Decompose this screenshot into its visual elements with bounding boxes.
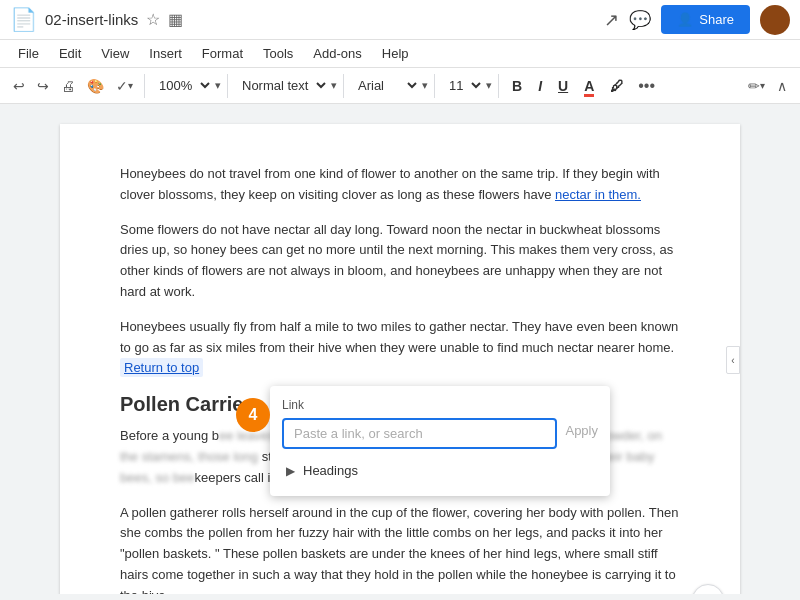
avatar[interactable]	[760, 5, 790, 35]
spell-button[interactable]: ✓▾	[111, 75, 138, 97]
divider-5	[498, 74, 499, 98]
link-input-row: Apply	[282, 418, 598, 457]
highlight-button[interactable]: 🖊	[603, 75, 631, 97]
menu-addons[interactable]: Add-ons	[305, 44, 369, 63]
collapse-button[interactable]: ∧	[772, 75, 792, 97]
zoom-select[interactable]: 100%	[151, 74, 213, 97]
link-popup: Link Apply ▶ Headings	[270, 386, 610, 496]
scroll-down-button[interactable]: ↓	[692, 584, 724, 594]
redo-button[interactable]: ↪	[32, 75, 54, 97]
menu-view[interactable]: View	[93, 44, 137, 63]
step-badge: 4	[236, 398, 270, 432]
document-area: Honeybees do not travel from one kind of…	[0, 104, 800, 594]
highlight-icon: 🖊	[610, 78, 624, 94]
bold-button[interactable]: B	[505, 75, 529, 97]
pen-button[interactable]: ✏▾	[743, 75, 770, 97]
document-title[interactable]: 02-insert-links	[45, 11, 138, 28]
paragraph-5: A pollen gatherer rolls herself around i…	[120, 503, 680, 594]
textcolor-button[interactable]: A	[577, 75, 601, 97]
menu-format[interactable]: Format	[194, 44, 251, 63]
title-bar: 📄 02-insert-links ☆ ▦ ↗ 💬 👤 Share	[0, 0, 800, 40]
nectar-link[interactable]: nectar in them.	[555, 187, 641, 202]
menu-tools[interactable]: Tools	[255, 44, 301, 63]
divider-1	[144, 74, 145, 98]
comment-icon[interactable]: 💬	[629, 9, 651, 31]
document-page: Honeybees do not travel from one kind of…	[60, 124, 740, 594]
link-input-container[interactable]	[282, 418, 557, 449]
divider-3	[343, 74, 344, 98]
divider-4	[434, 74, 435, 98]
style-select[interactable]: Normal text	[234, 74, 329, 97]
fontsize-select[interactable]: 11	[441, 74, 484, 97]
chevron-right-icon: ▶	[286, 464, 295, 478]
divider-2	[227, 74, 228, 98]
print-button[interactable]: 🖨	[56, 75, 80, 97]
text-color-a: A	[584, 78, 594, 97]
menu-file[interactable]: File	[10, 44, 47, 63]
folder-icon[interactable]: ▦	[168, 10, 183, 29]
star-icon[interactable]: ☆	[146, 10, 160, 29]
toolbar: ↩ ↪ 🖨 🎨 ✓▾ 100% ▾ Normal text ▾ Arial ▾ …	[0, 68, 800, 104]
share-button[interactable]: 👤 Share	[661, 5, 750, 34]
expand-sidebar-button[interactable]: ‹	[726, 346, 740, 374]
menu-edit[interactable]: Edit	[51, 44, 89, 63]
paint-button[interactable]: 🎨	[82, 75, 109, 97]
share-icon: 👤	[677, 12, 693, 27]
paragraph-2: Some flowers do not have nectar all day …	[120, 220, 680, 303]
paragraph-3: Honeybees usually fly from half a mile t…	[120, 317, 680, 379]
menu-insert[interactable]: Insert	[141, 44, 190, 63]
paragraph-1: Honeybees do not travel from one kind of…	[120, 164, 680, 206]
link-popup-header: Link	[282, 398, 598, 412]
apply-button[interactable]: Apply	[565, 423, 598, 438]
menu-bar: File Edit View Insert Format Tools Add-o…	[0, 40, 800, 68]
more-button[interactable]: •••	[633, 74, 660, 98]
header-right: ↗ 💬 👤 Share	[604, 5, 790, 35]
menu-help[interactable]: Help	[374, 44, 417, 63]
font-select[interactable]: Arial	[350, 74, 420, 97]
return-to-top-link[interactable]: Return to top	[120, 358, 203, 377]
italic-button[interactable]: I	[531, 75, 549, 97]
undo-button[interactable]: ↩	[8, 75, 30, 97]
title-actions: ☆ ▦	[146, 10, 183, 29]
trend-icon[interactable]: ↗	[604, 9, 619, 31]
suggestion-label: Headings	[303, 463, 358, 478]
share-label: Share	[699, 12, 734, 27]
underline-button[interactable]: U	[551, 75, 575, 97]
docs-icon: 📄	[10, 7, 37, 33]
headings-suggestion[interactable]: ▶ Headings	[282, 457, 598, 484]
link-input[interactable]	[294, 426, 545, 441]
